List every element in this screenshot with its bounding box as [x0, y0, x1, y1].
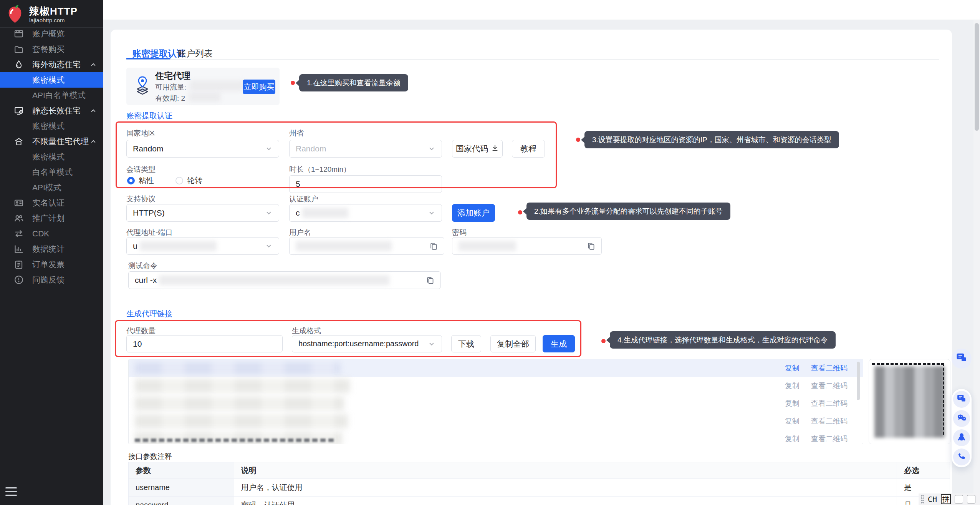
account-value-blurred [302, 208, 348, 218]
copy-icon[interactable] [426, 276, 434, 284]
params-table-body: username用户名，认证使用是password密码，认证使用是 [129, 479, 950, 505]
copy-link[interactable]: 复制 [785, 399, 800, 409]
traffic-label: 可用流量: [155, 82, 186, 92]
topbar: % [103, 0, 980, 20]
qrcode-blurred [874, 366, 945, 438]
auth-account-select[interactable]: c [289, 204, 442, 222]
wechat-button[interactable] [953, 410, 970, 427]
generate-button[interactable]: 生成 [543, 335, 575, 352]
ime-extra-icon[interactable] [955, 495, 963, 503]
sidebar-item[interactable]: 套餐购买 [0, 42, 103, 57]
view-qrcode-link[interactable]: 查看二维码 [811, 399, 848, 409]
qq-button[interactable] [953, 429, 970, 446]
view-qrcode-link[interactable]: 查看二维码 [811, 416, 848, 426]
duration-input[interactable]: 5 [289, 175, 442, 193]
format-select[interactable]: hostname:port:username:password [292, 335, 442, 352]
radio-rotate-label[interactable]: 轮转 [187, 175, 202, 186]
monitor-icon [14, 106, 24, 116]
duration-label: 时长（1~120min） [289, 164, 351, 174]
wechat-icon [957, 413, 967, 425]
blurred-proxy-text [135, 432, 342, 444]
sidebar-item[interactable]: 海外动态住宅 [0, 57, 103, 72]
view-qrcode-link[interactable]: 查看二维码 [811, 434, 848, 444]
sidebar-item[interactable]: 问题反馈 [0, 272, 103, 287]
copy-all-button[interactable]: 复制全部 [490, 335, 536, 352]
state-placeholder: Random [296, 144, 326, 153]
proxy-result-list: 复制查看二维码复制查看二维码复制查看二维码复制查看二维码复制查看二维码 [128, 359, 863, 444]
ime-extra-icon[interactable] [967, 495, 975, 503]
view-qrcode-link[interactable]: 查看二维码 [811, 381, 848, 391]
sidebar-item[interactable]: API模式 [0, 180, 103, 195]
sidebar: 辣椒HTTP lajiaohttp.com 账户概览套餐购买海外动态住宅账密模式… [0, 0, 103, 505]
password-input[interactable] [452, 237, 602, 255]
sidebar-item[interactable]: 订单发票 [0, 257, 103, 272]
copy-link[interactable]: 复制 [785, 363, 800, 373]
online-chat-button[interactable] [953, 391, 970, 408]
proxy-result-row: 复制查看二维码 [129, 412, 863, 430]
tutorial-button[interactable]: 教程 [512, 140, 545, 158]
radio-rotate[interactable] [175, 177, 183, 184]
brand-domain: lajiaohttp.com [29, 17, 65, 23]
country-value: Random [133, 144, 163, 153]
location-layers-icon [134, 75, 151, 98]
copy-icon[interactable] [587, 242, 595, 250]
sidebar-item[interactable]: 白名单模式 [0, 164, 103, 180]
sidebar-item[interactable]: 账密模式 [0, 72, 103, 88]
sidebar-item[interactable]: 数据统计 [0, 241, 103, 257]
copy-icon[interactable] [429, 242, 438, 250]
scrollbar-thumb[interactable] [975, 23, 979, 131]
sidebar-item[interactable]: 账密模式 [0, 118, 103, 134]
collapse-menu-icon[interactable] [5, 487, 17, 498]
feedback-icon [14, 275, 24, 285]
copy-link[interactable]: 复制 [785, 416, 800, 426]
proxy-address-select[interactable]: u [126, 237, 279, 255]
chat-icon [956, 352, 967, 365]
sidebar-item[interactable]: 实名认证 [0, 195, 103, 211]
buy-now-button[interactable]: 立即购买 [243, 80, 275, 94]
protocol-value: HTTP(S) [133, 208, 165, 218]
username-input[interactable] [289, 237, 444, 255]
ime-language-indicator[interactable]: CH [928, 495, 937, 504]
phone-button[interactable] [953, 449, 970, 465]
proxy-count-value: 10 [133, 339, 142, 349]
country-select[interactable]: Random [126, 140, 279, 158]
ime-pinyin-indicator[interactable]: 拼 [941, 494, 951, 504]
sidebar-item[interactable]: API白名单模式 [0, 88, 103, 103]
test-command-input[interactable]: curl -x [128, 271, 441, 289]
params-table: 参数 说明 必选 username用户名，认证使用是password密码，认证使… [128, 462, 950, 505]
proxy-result-row: 复制查看二维码 [129, 430, 863, 444]
ime-toolbar: CH 拼 [919, 493, 980, 505]
proxy-address-blurred [140, 241, 217, 251]
annotation-dot-2 [518, 210, 522, 214]
list-scrollbar[interactable] [857, 362, 860, 400]
radio-sticky-label[interactable]: 粘性 [139, 175, 154, 186]
state-label: 州省 [289, 128, 304, 138]
proxy-count-input[interactable]: 10 [126, 335, 283, 352]
chevron-up-icon [89, 107, 97, 115]
sidebar-item[interactable]: 静态长效住宅 [0, 103, 103, 118]
sidebar-item[interactable]: CDK [0, 226, 103, 241]
sidebar-item[interactable]: 不限量住宅代理 [0, 134, 103, 149]
view-qrcode-link[interactable]: 查看二维码 [811, 363, 848, 373]
chat-service-button[interactable] [952, 349, 972, 369]
radio-sticky[interactable] [127, 177, 135, 184]
proxy-address-label: 代理地址-端口 [126, 228, 172, 238]
col-param: 参数 [129, 462, 234, 478]
ime-drag-handle-icon[interactable] [921, 495, 924, 504]
add-account-button[interactable]: 添加账户 [452, 204, 495, 222]
window-scrollbar[interactable] [973, 20, 980, 505]
auth-section-title: 账密提取认证 [126, 111, 172, 121]
sidebar-item[interactable]: 账密模式 [0, 149, 103, 164]
copy-link[interactable]: 复制 [785, 434, 800, 444]
copy-link[interactable]: 复制 [785, 381, 800, 391]
sidebar-item[interactable]: 推广计划 [0, 211, 103, 226]
protocol-select[interactable]: HTTP(S) [126, 204, 279, 222]
state-select[interactable]: Random [289, 140, 442, 158]
proxy-result-row: 复制查看二维码 [129, 359, 863, 377]
download-button[interactable]: 下载 [451, 335, 481, 352]
tab-account-list[interactable]: 账户列表 [177, 48, 213, 60]
qrcode-panel [869, 359, 950, 444]
sidebar-item[interactable]: 账户概览 [0, 26, 103, 42]
download-icon [491, 144, 499, 154]
country-code-button[interactable]: 国家代码 [452, 140, 503, 158]
